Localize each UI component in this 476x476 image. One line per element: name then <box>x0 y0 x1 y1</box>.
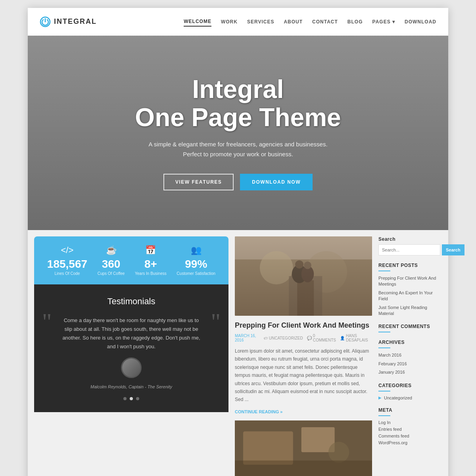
archive-march[interactable]: March 2016 <box>378 352 442 358</box>
recent-comments-divider <box>378 332 390 332</box>
recent-post-3[interactable]: Just Some Light Reading Material <box>378 305 442 317</box>
archives-divider <box>378 347 390 348</box>
comments-icon: 💬 <box>307 336 312 340</box>
sidebar-search-title: Search <box>378 236 442 242</box>
svg-point-4 <box>305 251 347 293</box>
sidebar-recent-comments: RECENT COMMENTS <box>378 324 442 332</box>
svg-point-8 <box>301 266 314 282</box>
svg-rect-1 <box>235 236 372 316</box>
recent-posts-title: RECENT POSTS <box>378 263 442 268</box>
recent-post-1[interactable]: Prepping For Client Work And Meetings <box>378 275 442 288</box>
stat-years-number: 8+ <box>135 259 167 270</box>
archive-february[interactable]: February 2016 <box>378 361 442 367</box>
page-wrapper: INTEGRAL WELCOME WORK SERVICES ABOUT CON… <box>28 8 448 476</box>
left-card: </> 185,567 Lines Of Code ☕ 360 Cups Of … <box>34 236 228 476</box>
svg-point-3 <box>260 251 293 284</box>
people-icon: 👥 <box>177 245 215 255</box>
logo-text: INTEGRAL <box>54 17 97 26</box>
svg-point-9 <box>295 260 303 269</box>
archive-january[interactable]: January 2016 <box>378 369 442 375</box>
svg-rect-2 <box>235 259 372 316</box>
stat-years-label: Years In Business <box>135 271 167 276</box>
nav-work[interactable]: WORK <box>221 17 238 26</box>
nav-contact[interactable]: CONTACT <box>312 17 338 26</box>
testimonials-section: " " Testimonials Come a day there won't … <box>34 284 228 412</box>
nav-pages[interactable]: PAGES ▾ <box>372 17 395 26</box>
blog-post-title[interactable]: Prepping For Client Work And Meetings <box>235 321 372 330</box>
author-icon: 👤 <box>340 336 345 340</box>
view-features-button[interactable]: VIEW FEATURES <box>163 174 234 190</box>
meta-wordpress[interactable]: WordPress.org <box>378 440 442 445</box>
categories-title: CATEGORIES <box>378 383 442 388</box>
stat-satisfaction-number: 99% <box>177 259 215 270</box>
stat-years: 📅 8+ Years In Business <box>135 245 167 276</box>
stat-code-number: 185,567 <box>47 259 87 270</box>
svg-point-10 <box>304 261 311 269</box>
sidebar-archives: ARCHIVES March 2016 February 2016 Januar… <box>378 340 442 375</box>
stat-satisfaction-label: Customer Satisfaction <box>177 271 215 276</box>
sidebar-search: Search Search <box>378 236 442 255</box>
meta-login[interactable]: Log In <box>378 420 442 425</box>
blog-meta: MARCH 16, 2016 🏷 UNCATEGORIZED 💬 0 COMME… <box>235 334 372 342</box>
bottom-section: </> 185,567 Lines Of Code ☕ 360 Cups Of … <box>28 230 448 476</box>
meta-title: META <box>378 407 442 413</box>
search-button[interactable]: Search <box>442 244 464 255</box>
svg-rect-15 <box>235 461 372 476</box>
category-icon: 🏷 <box>264 336 268 340</box>
stat-satisfaction: 👥 99% Customer Satisfaction <box>177 245 215 276</box>
testimonial-author: Malcolm Reynolds, Captain - The Serenity <box>90 384 172 389</box>
quote-left-icon: " <box>42 308 52 336</box>
nav-download[interactable]: DOWNLOAD <box>405 17 436 26</box>
stat-coffee: ☕ 360 Cups Of Coffee <box>98 245 125 276</box>
dot-2[interactable] <box>130 397 133 400</box>
hero-buttons: VIEW FEATURES DOWNLOAD NOW <box>163 174 313 190</box>
download-now-button[interactable]: DOWNLOAD NOW <box>240 174 313 190</box>
recent-comments-title: RECENT COMMENTS <box>378 324 442 329</box>
archives-title: ARCHIVES <box>378 340 442 345</box>
avatar-image <box>122 359 140 377</box>
blog-excerpt: Lorem ipsum dolor sit amet, consectetur … <box>235 347 372 404</box>
search-row: Search <box>378 244 442 255</box>
blog-featured-image <box>235 236 372 316</box>
stat-code: </> 185,567 Lines Of Code <box>47 245 87 276</box>
dot-1[interactable] <box>123 397 127 400</box>
testimonial-dots <box>123 397 139 400</box>
coffee-icon: ☕ <box>98 245 125 255</box>
sidebar-recent-posts: RECENT POSTS Prepping For Client Work An… <box>378 263 442 317</box>
svg-point-7 <box>292 265 307 283</box>
blog-comments: 💬 0 COMMENTS <box>307 334 336 342</box>
continue-reading-link[interactable]: CONTINUE READING » <box>235 409 282 414</box>
blog-section: Prepping For Client Work And Meetings MA… <box>235 236 372 476</box>
hero-subtitle: A simple & elegant theme for freelancers… <box>148 139 327 159</box>
logo[interactable]: INTEGRAL <box>40 16 97 27</box>
recent-post-2[interactable]: Becoming An Expert In Your Field <box>378 290 442 302</box>
nav-welcome[interactable]: WELCOME <box>184 17 211 27</box>
stat-coffee-label: Cups Of Coffee <box>98 271 125 276</box>
svg-rect-12 <box>243 431 293 464</box>
dot-3[interactable] <box>136 397 139 400</box>
meta-comments[interactable]: Comments feed <box>378 434 442 438</box>
category-uncategorized[interactable]: ▶ Uncategorized <box>378 395 442 400</box>
nav-about[interactable]: ABOUT <box>284 17 303 26</box>
svg-point-14 <box>328 442 349 463</box>
nav-blog[interactable]: BLOG <box>347 17 363 26</box>
code-icon: </> <box>47 245 87 255</box>
quote-right-icon: " <box>211 308 221 336</box>
recent-posts-divider <box>378 271 390 271</box>
testimonial-avatar <box>121 357 142 378</box>
svg-rect-6 <box>297 280 314 316</box>
nav-services[interactable]: SERVICES <box>247 17 274 26</box>
hero-title: Integral One Page Theme <box>135 75 341 131</box>
stat-code-label: Lines Of Code <box>47 271 87 276</box>
testimonials-title: Testimonials <box>107 296 155 307</box>
header: INTEGRAL WELCOME WORK SERVICES ABOUT CON… <box>28 8 448 36</box>
stat-coffee-number: 360 <box>98 259 125 270</box>
meta-entries[interactable]: Entries feed <box>378 427 442 432</box>
main-nav: WELCOME WORK SERVICES ABOUT CONTACT BLOG… <box>184 17 436 27</box>
search-input[interactable] <box>378 244 440 255</box>
svg-rect-5 <box>289 276 322 316</box>
sidebar: Search Search RECENT POSTS Prepping For … <box>378 236 442 476</box>
calendar-icon: 📅 <box>135 245 167 255</box>
hero-background <box>28 36 448 230</box>
blog-category: 🏷 UNCATEGORIZED <box>264 336 303 340</box>
